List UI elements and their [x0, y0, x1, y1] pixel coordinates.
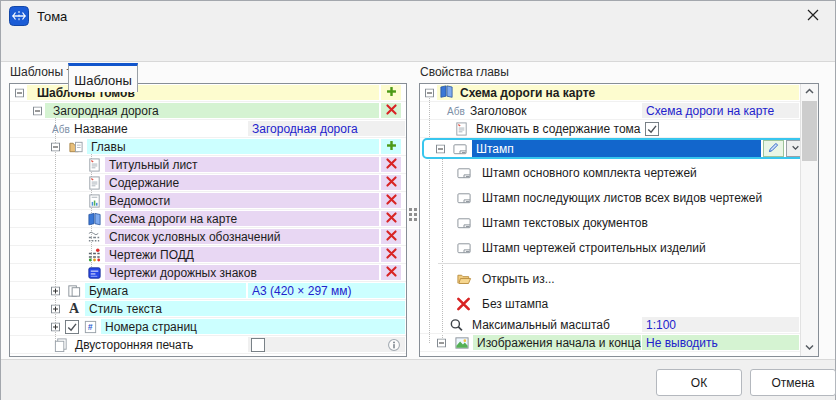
stamp-option-label[interactable]: Штамп основного комплекта чертежей [478, 161, 794, 184]
chapter-label[interactable]: Ведомости [105, 193, 379, 208]
collapse-icon[interactable] [437, 338, 446, 347]
tree-row-header[interactable]: Абв Заголовок Схема дороги на карте [420, 102, 818, 120]
tree-row-chapters[interactable]: Главы [10, 138, 406, 156]
duplex-pages-icon [53, 337, 69, 352]
tree-row-include-contents[interactable]: Включать в содержание тома [420, 120, 818, 138]
delete-chapter-button[interactable] [381, 247, 401, 262]
template-name-value[interactable]: Загородная дорога [248, 121, 405, 136]
ok-button[interactable]: ОК [656, 369, 742, 396]
edit-stamp-button[interactable] [763, 140, 784, 157]
title-sheet-icon [87, 157, 102, 172]
tree-row-max-scale[interactable]: Максимальный масштаб 1:100 [420, 316, 818, 334]
chapter-label[interactable]: Чертежи ПОДД [105, 247, 379, 262]
contents-icon [454, 121, 469, 136]
stamp-icon [452, 142, 468, 157]
tree-row-template[interactable]: Загородная дорога [10, 102, 406, 120]
chapter-label[interactable]: Содержание [105, 175, 379, 190]
stamp-selected-label[interactable]: Штамп [472, 140, 761, 157]
duplex-checkbox[interactable] [251, 338, 265, 352]
collapse-icon[interactable] [425, 88, 434, 97]
expand-icon[interactable] [51, 322, 60, 331]
statements-icon [87, 193, 102, 208]
expand-icon[interactable] [51, 286, 60, 295]
tree-row-chapter[interactable]: Чертежи дорожных знаков [10, 264, 406, 282]
chapter-label[interactable]: Чертежи дорожных знаков [105, 265, 379, 280]
image-icon [454, 335, 470, 350]
collapse-icon[interactable] [436, 145, 445, 154]
row-label[interactable]: Загородная дорога [45, 103, 379, 118]
row-label[interactable]: Главы [87, 139, 379, 154]
property-label[interactable]: Стиль текста [85, 301, 405, 316]
include-contents-checkbox[interactable] [645, 122, 659, 136]
tree-row-images[interactable]: Изображения начала и конца Не выводить [420, 334, 818, 352]
close-button[interactable] [790, 1, 835, 31]
panel-splitter[interactable] [407, 201, 419, 227]
property-label[interactable]: Бумага [85, 283, 246, 298]
chapter-label[interactable]: Список условных обозначений [105, 229, 379, 244]
property-label[interactable]: Изображения начала и конца [473, 335, 641, 350]
tree-row-chapter-root[interactable]: Схема дороги на карте [420, 84, 818, 102]
tree-row-chapter[interactable]: Список условных обозначений [10, 228, 406, 246]
paper-format-value[interactable]: А3 (420 × 297 мм) [248, 283, 405, 298]
tree-row-page-numbers[interactable]: # Номера страниц [10, 318, 406, 336]
stamp-option[interactable]: Штамп последующих листов всех видов черт… [420, 185, 818, 210]
stamp-option[interactable]: Штамп чертежей строительных изделий [420, 235, 818, 260]
page-numbers-checkbox[interactable] [65, 320, 79, 334]
no-stamp-label[interactable]: Без штампа [478, 292, 794, 315]
max-scale-value[interactable]: 1:100 [642, 317, 799, 332]
open-from-option[interactable]: Открыть из... [420, 266, 818, 291]
stamp-option[interactable]: Штамп основного комплекта чертежей [420, 160, 818, 185]
no-stamp-option[interactable]: Без штампа [420, 291, 818, 316]
tree-row-paper[interactable]: Бумага А3 (420 × 297 мм) [10, 282, 406, 300]
add-chapter-button[interactable] [381, 139, 401, 154]
stamp-icon [456, 165, 472, 180]
row-label[interactable]: Схема дороги на карте [437, 85, 799, 100]
tree-row-name[interactable]: Абв Название Загородная дорога [10, 120, 406, 138]
collapse-icon[interactable] [51, 142, 60, 151]
open-from-label[interactable]: Открыть из... [478, 267, 794, 290]
stamp-option-label[interactable]: Штамп чертежей строительных изделий [478, 236, 794, 259]
add-template-button[interactable] [381, 85, 401, 100]
scroll-down-button[interactable] [801, 340, 818, 356]
expand-icon[interactable] [51, 304, 60, 313]
road-map-icon [439, 85, 454, 100]
tree-row-chapter[interactable]: Титульный лист [10, 156, 406, 174]
open-folder-icon [456, 271, 472, 286]
chapter-label[interactable]: Титульный лист [105, 157, 379, 172]
property-label: Название [70, 121, 247, 136]
delete-chapter-button[interactable] [381, 175, 401, 190]
tree-row-chapter[interactable]: Чертежи ПОДД [10, 246, 406, 264]
cancel-button[interactable]: Отмена [750, 369, 836, 396]
stamp-option-label[interactable]: Штамп последующих листов всех видов черт… [478, 186, 794, 209]
collapse-icon[interactable] [33, 106, 42, 115]
scrollbar-thumb[interactable] [802, 101, 817, 161]
delete-chapter-button[interactable] [381, 193, 401, 208]
tab-templates[interactable]: Шаблоны [68, 63, 138, 92]
property-label: Включать в содержание тома [472, 121, 641, 136]
scrollbar[interactable] [800, 84, 818, 356]
stamp-option-label[interactable]: Штамп текстовых документов [478, 211, 794, 234]
tree-row-duplex[interactable]: Двусторонняя печать [10, 336, 406, 354]
info-icon[interactable] [387, 338, 401, 352]
header-value[interactable]: Схема дороги на карте [642, 103, 799, 118]
collapse-icon[interactable] [15, 88, 24, 97]
tree-row-chapter[interactable]: Содержание [10, 174, 406, 192]
delete-chapter-button[interactable] [381, 229, 401, 244]
plus-icon [385, 138, 398, 156]
stamp-option[interactable]: Штамп текстовых документов [420, 210, 818, 235]
property-label[interactable]: Номера страниц [101, 319, 405, 334]
tree-row-text-style[interactable]: A Стиль текста [10, 300, 406, 318]
scroll-up-button[interactable] [801, 84, 818, 100]
delete-template-button[interactable] [381, 103, 401, 118]
property-label: Максимальный масштаб [468, 317, 641, 332]
delete-chapter-button[interactable] [381, 157, 401, 172]
tree-row-stamp-selected[interactable]: Штамп [420, 138, 818, 160]
tree-row-chapter[interactable]: Схема дороги на карте [10, 210, 406, 228]
images-value[interactable]: Не выводить [642, 335, 799, 350]
delete-chapter-button[interactable] [381, 211, 401, 226]
tree-row-chapter[interactable]: Ведомости [10, 192, 406, 210]
arrow-down-icon [803, 339, 816, 357]
chapter-label[interactable]: Схема дороги на карте [105, 211, 379, 226]
paper-size-icon [66, 283, 82, 298]
delete-chapter-button[interactable] [381, 265, 401, 280]
